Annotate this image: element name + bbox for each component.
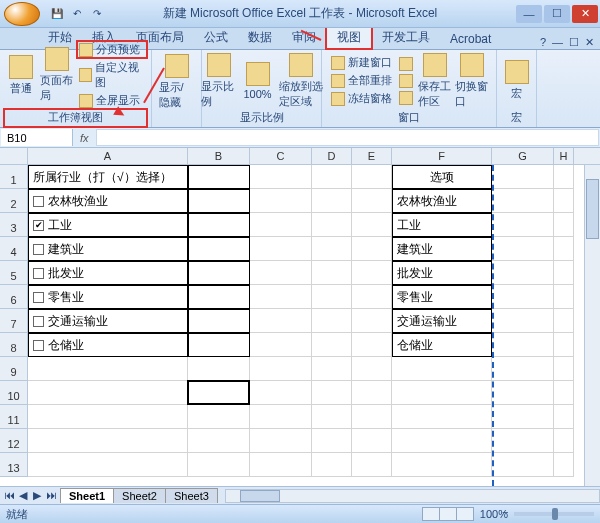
- redo-icon[interactable]: ↷: [88, 5, 106, 23]
- checkbox-A6[interactable]: [33, 292, 44, 303]
- view-shortcut-layout[interactable]: [439, 507, 457, 521]
- cell-G9[interactable]: [492, 357, 554, 381]
- cell-A9[interactable]: [28, 357, 188, 381]
- cell-G11[interactable]: [492, 405, 554, 429]
- row-header-7[interactable]: 7: [0, 309, 27, 333]
- cell-G5[interactable]: [492, 261, 554, 285]
- undo-icon[interactable]: ↶: [68, 5, 86, 23]
- cell-E1[interactable]: [352, 165, 392, 189]
- cell-F8[interactable]: 仓储业: [392, 333, 492, 357]
- fx-icon[interactable]: fx: [74, 132, 95, 144]
- cell-D8[interactable]: [312, 333, 352, 357]
- cell-E3[interactable]: [352, 213, 392, 237]
- cell-D12[interactable]: [312, 429, 352, 453]
- cell-A7[interactable]: 交通运输业: [28, 309, 188, 333]
- checkbox-A7[interactable]: [33, 316, 44, 327]
- cell-D11[interactable]: [312, 405, 352, 429]
- arrange-all-button[interactable]: 全部重排: [329, 72, 394, 89]
- cell-C5[interactable]: [250, 261, 312, 285]
- zoom-100-button[interactable]: 100%: [240, 62, 276, 100]
- normal-view-button[interactable]: 普通: [4, 55, 37, 96]
- select-all-corner[interactable]: [0, 148, 28, 165]
- column-header-H[interactable]: H: [554, 148, 574, 164]
- cell-H13[interactable]: [554, 453, 574, 477]
- cell-E8[interactable]: [352, 333, 392, 357]
- cell-G6[interactable]: [492, 285, 554, 309]
- cell-F6[interactable]: 零售业: [392, 285, 492, 309]
- row-header-6[interactable]: 6: [0, 285, 27, 309]
- page-break-preview-button[interactable]: 分页预览: [77, 41, 147, 58]
- save-icon[interactable]: 💾: [48, 5, 66, 23]
- column-header-B[interactable]: B: [188, 148, 250, 164]
- cell-E4[interactable]: [352, 237, 392, 261]
- cell-F10[interactable]: [392, 381, 492, 405]
- view-shortcut-pagebreak[interactable]: [456, 507, 474, 521]
- cell-C13[interactable]: [250, 453, 312, 477]
- cell-H7[interactable]: [554, 309, 574, 333]
- cell-G13[interactable]: [492, 453, 554, 477]
- cell-B12[interactable]: [188, 429, 250, 453]
- cell-C3[interactable]: [250, 213, 312, 237]
- cell-B13[interactable]: [188, 453, 250, 477]
- zoom-slider[interactable]: [514, 512, 594, 516]
- cell-G3[interactable]: [492, 213, 554, 237]
- cell-H9[interactable]: [554, 357, 574, 381]
- zoom-button[interactable]: 显示比例: [201, 53, 237, 109]
- cell-E7[interactable]: [352, 309, 392, 333]
- cell-F13[interactable]: [392, 453, 492, 477]
- view-shortcut-normal[interactable]: [422, 507, 440, 521]
- vscroll-thumb[interactable]: [586, 179, 599, 239]
- cell-A5[interactable]: 批发业: [28, 261, 188, 285]
- freeze-panes-button[interactable]: 冻结窗格: [329, 90, 394, 107]
- horizontal-scrollbar[interactable]: [225, 489, 600, 503]
- cell-D4[interactable]: [312, 237, 352, 261]
- cell-D7[interactable]: [312, 309, 352, 333]
- cell-B9[interactable]: [188, 357, 250, 381]
- cell-E9[interactable]: [352, 357, 392, 381]
- cell-F1[interactable]: 选项: [392, 165, 492, 189]
- cell-G4[interactable]: [492, 237, 554, 261]
- row-header-9[interactable]: 9: [0, 357, 27, 381]
- macros-button[interactable]: 宏: [499, 60, 535, 101]
- column-header-A[interactable]: A: [28, 148, 188, 164]
- sheet-nav-prev[interactable]: ◀: [16, 489, 30, 502]
- vertical-scrollbar[interactable]: [584, 165, 600, 486]
- column-header-C[interactable]: C: [250, 148, 312, 164]
- cell-F9[interactable]: [392, 357, 492, 381]
- cell-E2[interactable]: [352, 189, 392, 213]
- row-header-1[interactable]: 1: [0, 165, 27, 189]
- cell-D3[interactable]: [312, 213, 352, 237]
- cell-E11[interactable]: [352, 405, 392, 429]
- close-button[interactable]: ✕: [572, 5, 598, 23]
- sheet-nav-first[interactable]: ⏮: [2, 489, 16, 502]
- cell-B2[interactable]: [188, 189, 250, 213]
- checkbox-A4[interactable]: [33, 244, 44, 255]
- cell-C2[interactable]: [250, 189, 312, 213]
- zoom-slider-thumb[interactable]: [552, 508, 558, 520]
- cell-E13[interactable]: [352, 453, 392, 477]
- cell-H12[interactable]: [554, 429, 574, 453]
- cell-H6[interactable]: [554, 285, 574, 309]
- cell-G8[interactable]: [492, 333, 554, 357]
- row-header-3[interactable]: 3: [0, 213, 27, 237]
- cell-F2[interactable]: 农林牧渔业: [392, 189, 492, 213]
- full-screen-button[interactable]: 全屏显示: [77, 92, 147, 109]
- cell-F5[interactable]: 批发业: [392, 261, 492, 285]
- cell-D9[interactable]: [312, 357, 352, 381]
- cell-A3[interactable]: ✔工业: [28, 213, 188, 237]
- cell-C9[interactable]: [250, 357, 312, 381]
- row-header-5[interactable]: 5: [0, 261, 27, 285]
- cell-C7[interactable]: [250, 309, 312, 333]
- cell-grid[interactable]: 所属行业（打（√）选择）选项农林牧渔业农林牧渔业✔工业工业建筑业建筑业批发业批发…: [28, 165, 600, 486]
- cell-B11[interactable]: [188, 405, 250, 429]
- cell-E5[interactable]: [352, 261, 392, 285]
- cell-F7[interactable]: 交通运输业: [392, 309, 492, 333]
- cell-B4[interactable]: [188, 237, 250, 261]
- cell-E12[interactable]: [352, 429, 392, 453]
- cell-B5[interactable]: [188, 261, 250, 285]
- cell-G10[interactable]: [492, 381, 554, 405]
- save-workspace-button[interactable]: 保存工作区: [418, 53, 452, 109]
- cell-C11[interactable]: [250, 405, 312, 429]
- cell-A12[interactable]: [28, 429, 188, 453]
- sheet-nav-next[interactable]: ▶: [30, 489, 44, 502]
